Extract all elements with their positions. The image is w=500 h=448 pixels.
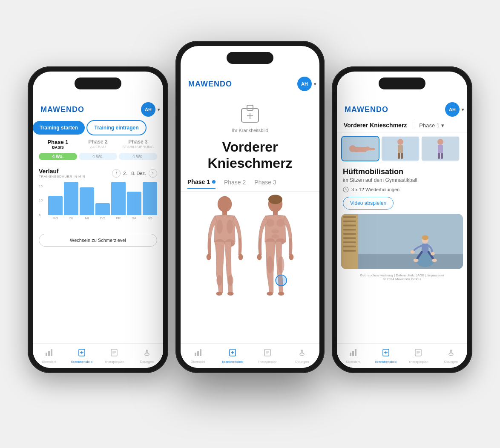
left-nav-ubersicht[interactable]: Übersicht [33,348,66,364]
center-nav-ubungen[interactable]: Übungen [285,348,320,364]
bar-mi-label: MI [85,216,89,220]
anatomy-svg [195,192,305,328]
phone-left: MAWENDO AH Training starten Training ein… [28,66,168,373]
svg-rect-81 [343,241,356,243]
center-nav-krankheitsbild-label: Krankheitsbild [222,360,243,364]
center-nav-ubersicht[interactable]: Übersicht [181,348,216,364]
center-logo: MAWENDO [188,80,232,89]
header-sep [413,122,413,129]
left-phase-1[interactable]: Phase 1 BASIS [39,139,77,149]
thumbnail-2-img [381,136,420,161]
right-nav-ubungen[interactable]: Übungen [435,348,468,364]
right-nav-therapieplan[interactable]: Therapieplan [402,348,435,364]
chart-y-labels: 15 10 5 [39,179,43,222]
bar-fr-label: FR [116,216,121,220]
svg-point-32 [276,219,284,227]
svg-point-26 [207,254,211,260]
left-nav-krankheitsbild[interactable]: Krankheitsbild [66,348,98,364]
anatomy-area [181,192,319,328]
start-training-button[interactable]: Training starten [33,121,85,135]
center-tab-phase2[interactable]: Phase 2 [224,178,246,189]
svg-rect-77 [343,225,356,227]
svg-rect-58 [354,147,367,152]
left-phase-3[interactable]: Phase 3 STABILISIERUNG [119,139,157,149]
bar-fr: FR [111,182,126,220]
video-play-button[interactable]: Video abspielen [343,197,394,210]
left-phases-row: Phase 1 BASIS Phase 2 AUFBAU Phase 3 STA… [33,135,163,151]
svg-point-16 [218,196,232,212]
center-tab-phase3[interactable]: Phase 3 [254,178,276,189]
back-figure [207,196,243,296]
thumbnail-1[interactable] [341,136,379,161]
svg-point-23 [228,275,233,286]
phone-center-inner: MAWENDO AH Ihr Krankheitsbild [181,46,319,368]
left-phase-1-sub: BASIS [39,145,77,149]
next-date-button[interactable]: › [149,169,157,178]
svg-point-24 [216,292,222,296]
svg-point-42 [257,254,261,260]
svg-point-67 [437,139,443,145]
center-avatar[interactable]: AH [297,77,312,91]
thumbnail-3[interactable] [421,136,460,161]
chart-area: 15 10 5 MO DI [39,179,157,230]
y-label-10: 10 [39,198,43,202]
r-therapieplan-icon [414,348,422,359]
right-avatar[interactable]: AH [445,102,460,117]
left-nav-ubersicht-label: Übersicht [42,360,56,364]
footer-links: Gebrauchsanweisung | Datenschutz | AGB |… [337,271,467,284]
center-nav-krankheitsbild[interactable]: Krankheitsbild [216,348,250,364]
svg-rect-65 [401,153,403,159]
left-phase-2-sub: AUFBAU [79,145,117,149]
condition-icon-area: Ihr Krankheitsbild [181,95,319,136]
ubersicht-icon [45,348,53,359]
bar-mo: MO [48,182,63,220]
left-phase-2[interactable]: Phase 2 AUFBAU [79,139,117,149]
phone-center-notch [227,52,273,64]
right-nav-krankheitsbild[interactable]: Krankheitsbild [370,348,402,364]
center-nav-therapieplan-label: Therapieplan [257,360,277,364]
bar-di: DI [64,182,78,220]
bar-mi: MI [80,182,94,220]
thumbnail-1-img [342,137,379,161]
thumbnail-2[interactable] [381,136,420,161]
right-nav-krankheitsbild-label: Krankheitsbild [375,360,397,364]
y-label-5: 5 [39,213,43,217]
left-bottom-nav: Übersicht Krankheitsbild Therapieplan [33,343,163,368]
right-condition-label: Vorderer Knieschmerz [344,122,407,129]
date-range: 2. - 8. Dez. [123,171,146,176]
center-nav-ubungen-label: Übungen [295,360,309,364]
phone-right-notch [379,78,425,89]
bar-mo-label: MO [53,216,58,220]
bar-sa-fill [127,192,141,215]
left-nav-ubungen[interactable]: Übungen [131,348,164,364]
svg-point-62 [397,139,403,145]
svg-rect-44 [195,353,196,356]
left-nav-therapieplan[interactable]: Therapieplan [98,348,131,364]
exercise-video-area [341,214,463,269]
phone-center: MAWENDO AH Ihr Krankheitsbild [175,41,325,373]
reps-icon [343,187,349,192]
front-figure [257,195,293,296]
svg-point-34 [271,234,279,238]
svg-point-54 [300,353,304,356]
center-tab-phase1[interactable]: Phase 1 [187,178,216,189]
svg-point-33 [271,229,279,233]
left-nav-ubungen-label: Übungen [140,360,154,364]
phase-selector[interactable]: Phase 1 ▾ [419,122,444,129]
bar-sa-label: SA [132,216,137,220]
right-nav-ubersicht[interactable]: Übersicht [337,348,370,364]
svg-point-19 [227,220,233,234]
phone-left-notch [75,78,121,89]
left-header: MAWENDO AH [33,97,163,120]
svg-point-103 [450,350,452,351]
prev-date-button[interactable]: ‹ [112,169,121,178]
r-ubersicht-icon [349,348,357,359]
left-avatar[interactable]: AH [141,102,155,117]
schmerzlevel-button[interactable]: Wechseln zu Schmerzlevel [39,234,157,247]
left-nav-therapieplan-label: Therapieplan [104,360,124,364]
center-nav-therapieplan[interactable]: Therapieplan [250,348,285,364]
log-training-button[interactable]: Training eintragen [86,120,146,135]
thumbnail-3-img [421,136,460,161]
svg-point-22 [216,275,222,286]
svg-point-11 [146,350,148,351]
